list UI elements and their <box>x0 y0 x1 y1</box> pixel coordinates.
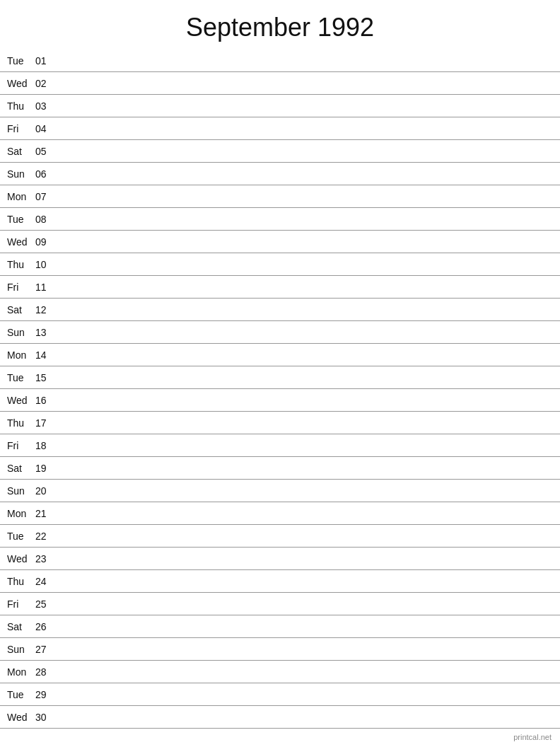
day-number: 10 <box>35 259 57 270</box>
calendar-row: Wed02 <box>0 72 560 95</box>
day-line <box>57 173 553 174</box>
day-name: Tue <box>7 531 35 542</box>
calendar-row: Thu24 <box>0 570 560 593</box>
day-number: 17 <box>35 417 57 429</box>
day-name: Mon <box>7 349 35 361</box>
day-name: Tue <box>7 55 35 66</box>
day-line <box>57 60 553 61</box>
day-name: Wed <box>7 78 35 89</box>
day-number: 27 <box>35 644 57 655</box>
day-line <box>57 400 553 400</box>
calendar-row: Sun27 <box>0 638 560 661</box>
day-line <box>57 535 553 536</box>
calendar-row: Mon28 <box>0 661 560 683</box>
day-line <box>57 649 553 649</box>
day-line <box>57 626 553 627</box>
day-number: 29 <box>35 689 57 700</box>
day-name: Sat <box>7 146 35 157</box>
day-name: Tue <box>7 372 35 383</box>
calendar-row: Sun13 <box>0 321 560 344</box>
day-number: 12 <box>35 304 57 315</box>
calendar-row: Sat19 <box>0 457 560 480</box>
day-number: 26 <box>35 621 57 632</box>
day-line <box>57 445 553 446</box>
day-line <box>57 377 553 378</box>
day-number: 28 <box>35 666 57 678</box>
calendar-row: Wed30 <box>0 706 560 729</box>
day-line <box>57 219 553 219</box>
day-name: Fri <box>7 282 35 293</box>
calendar-container: Tue01Wed02Thu03Fri04Sat05Sun06Mon07Tue08… <box>0 50 560 729</box>
calendar-row: Tue22 <box>0 525 560 548</box>
calendar-row: Wed09 <box>0 231 560 253</box>
day-line <box>57 490 553 491</box>
calendar-row: Thu03 <box>0 95 560 117</box>
day-number: 03 <box>35 100 57 112</box>
day-line <box>57 671 553 672</box>
calendar-row: Mon14 <box>0 344 560 366</box>
day-line <box>57 558 553 559</box>
day-name: Thu <box>7 100 35 112</box>
day-name: Fri <box>7 440 35 451</box>
day-line <box>57 128 553 129</box>
day-number: 25 <box>35 598 57 610</box>
calendar-row: Tue08 <box>0 208 560 231</box>
day-line <box>57 309 553 310</box>
day-number: 30 <box>35 712 57 723</box>
day-number: 11 <box>35 282 57 293</box>
day-name: Sun <box>7 485 35 497</box>
calendar-row: Tue01 <box>0 50 560 72</box>
day-number: 08 <box>35 214 57 225</box>
day-name: Mon <box>7 191 35 202</box>
day-line <box>57 264 553 265</box>
calendar-row: Fri18 <box>0 434 560 457</box>
calendar-row: Sat26 <box>0 615 560 638</box>
day-name: Thu <box>7 576 35 587</box>
day-name: Sat <box>7 463 35 474</box>
day-number: 24 <box>35 576 57 587</box>
calendar-row: Fri11 <box>0 276 560 299</box>
day-line <box>57 468 553 468</box>
day-name: Mon <box>7 508 35 519</box>
day-number: 23 <box>35 553 57 564</box>
day-name: Fri <box>7 598 35 610</box>
day-number: 15 <box>35 372 57 383</box>
day-number: 19 <box>35 463 57 474</box>
day-name: Sun <box>7 168 35 180</box>
day-number: 01 <box>35 55 57 66</box>
day-name: Fri <box>7 123 35 134</box>
day-number: 04 <box>35 123 57 134</box>
day-number: 07 <box>35 191 57 202</box>
day-number: 13 <box>35 327 57 338</box>
calendar-row: Thu10 <box>0 253 560 276</box>
calendar-row: Tue15 <box>0 366 560 389</box>
calendar-row: Sun20 <box>0 480 560 502</box>
day-number: 05 <box>35 146 57 157</box>
footer-text: printcal.net <box>513 733 552 741</box>
day-line <box>57 151 553 151</box>
day-number: 20 <box>35 485 57 497</box>
day-line <box>57 105 553 106</box>
day-number: 21 <box>35 508 57 519</box>
day-line <box>57 422 553 423</box>
day-number: 22 <box>35 531 57 542</box>
day-number: 14 <box>35 349 57 361</box>
day-name: Mon <box>7 666 35 678</box>
calendar-row: Mon21 <box>0 502 560 525</box>
day-line <box>57 196 553 197</box>
calendar-row: Sun06 <box>0 163 560 185</box>
day-line <box>57 603 553 604</box>
day-line <box>57 332 553 332</box>
day-name: Sat <box>7 304 35 315</box>
calendar-row: Fri04 <box>0 117 560 140</box>
calendar-row: Wed16 <box>0 389 560 412</box>
day-name: Wed <box>7 712 35 723</box>
day-name: Sun <box>7 327 35 338</box>
day-line <box>57 694 553 695</box>
day-line <box>57 513 553 514</box>
day-number: 06 <box>35 168 57 180</box>
day-number: 16 <box>35 395 57 406</box>
day-name: Tue <box>7 214 35 225</box>
day-name: Sun <box>7 644 35 655</box>
page-title: September 1992 <box>0 0 560 50</box>
